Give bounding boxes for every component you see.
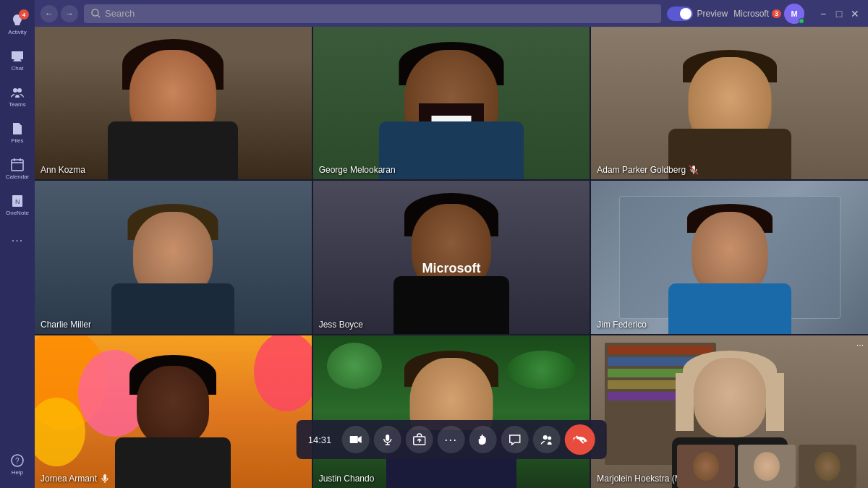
video-cell-ann: Ann Kozma — [35, 27, 312, 179]
participants-button[interactable] — [532, 426, 560, 453]
preview-toggle: Preview — [667, 7, 728, 21]
video-cell-charlie: Charlie Miller — [35, 181, 312, 333]
teams-label: Teams — [9, 101, 26, 108]
participant-label-jornea: Jornea Armant — [41, 474, 110, 484]
mic-icon-jornea — [100, 474, 110, 484]
participant-label-jim: Jim Federico — [597, 320, 647, 330]
files-label: Files — [12, 137, 24, 144]
user-name: Microsoft — [733, 9, 769, 19]
thumb-face-3 — [799, 445, 856, 488]
chat-icon — [508, 433, 521, 446]
more-icon: ··· — [444, 433, 457, 446]
hand-icon — [476, 433, 489, 446]
microsoft-logo-text: Microsoft — [422, 261, 480, 276]
participant-label-adam: Adam Parker Goldberg — [597, 165, 699, 175]
online-indicator — [799, 18, 804, 24]
participant-label-jess: Jess Boyce — [319, 320, 363, 330]
controls-bar: 14:31 — [297, 420, 607, 459]
participant-label-justin: Justin Chando — [319, 474, 375, 484]
hand-button[interactable] — [469, 426, 496, 453]
window-controls: − □ ✕ — [816, 7, 862, 21]
share-icon — [412, 433, 425, 446]
svg-text:N: N — [15, 198, 20, 205]
video-cell-jim: Jim Federico — [591, 181, 868, 333]
thumbnail-1[interactable] — [677, 445, 735, 488]
avatar[interactable]: M — [784, 4, 804, 24]
mic-button[interactable] — [373, 426, 401, 453]
video-icon — [349, 433, 362, 446]
video-cell-adam: Adam Parker Goldberg — [591, 27, 868, 179]
sidebar-item-activity[interactable]: Activity 4 — [3, 7, 32, 41]
search-bar[interactable] — [84, 4, 661, 23]
sidebar-item-calendar[interactable]: Calendar — [3, 151, 32, 186]
search-icon — [91, 9, 101, 18]
more-button[interactable]: ··· — [437, 426, 464, 453]
sidebar-item-more[interactable]: ··· — [3, 223, 32, 258]
svg-text:?: ? — [15, 457, 20, 465]
thumbnail-3[interactable] — [799, 445, 856, 488]
user-info: Microsoft 3 M — [733, 4, 804, 24]
sidebar-item-files[interactable]: Files — [3, 115, 32, 150]
bottom-thumbnails — [677, 445, 856, 488]
video-cell-jess: Microsoft Jess Boyce — [313, 181, 590, 333]
back-button[interactable]: ← — [41, 5, 58, 22]
sidebar-item-help[interactable]: ? Help — [3, 447, 32, 481]
svg-point-10 — [92, 9, 98, 16]
participant-label-george: George Melookaran — [319, 165, 396, 175]
sidebar-item-onenote[interactable]: N OneNote — [3, 187, 32, 222]
video-cell-jornea: Jornea Armant — [35, 335, 312, 488]
video-cell-justin: Justin Chando — [313, 335, 590, 488]
svg-point-22 — [542, 435, 547, 440]
maximize-button[interactable]: □ — [832, 7, 846, 21]
preview-switch[interactable] — [667, 7, 693, 21]
microphone-icon — [380, 433, 393, 446]
forward-button[interactable]: → — [61, 5, 78, 22]
thumbnail-2[interactable] — [738, 445, 796, 488]
video-button[interactable] — [341, 426, 369, 453]
titlebar-right: Preview Microsoft 3 M − □ ✕ — [667, 4, 862, 24]
notification-badge: 3 — [772, 9, 781, 18]
chat-button[interactable] — [501, 426, 528, 453]
help-label: Help — [12, 469, 23, 476]
sidebar: Activity 4 Chat Teams Files Calendar — [0, 0, 35, 488]
svg-rect-15 — [349, 436, 357, 443]
titlebar: ← → Preview Microsoft 3 M — [35, 0, 868, 27]
sidebar-item-chat[interactable]: Chat — [3, 43, 32, 77]
onenote-label: OneNote — [6, 210, 29, 216]
preview-label: Preview — [697, 9, 728, 19]
more-options-button[interactable]: ··· — [856, 340, 864, 350]
video-cell-george: George Melookaran — [313, 27, 590, 179]
chat-label: Chat — [12, 65, 24, 72]
end-call-icon — [571, 432, 587, 448]
svg-point-1 — [17, 88, 22, 93]
activity-badge: 4 — [19, 9, 29, 20]
svg-line-11 — [98, 15, 100, 17]
sidebar-item-teams[interactable]: Teams — [3, 79, 32, 114]
activity-label: Activity — [8, 29, 26, 35]
svg-point-0 — [13, 88, 17, 93]
video-grid: Ann Kozma George Melookaran Adam Parker … — [35, 27, 868, 488]
svg-rect-2 — [12, 160, 23, 171]
participants-icon — [540, 433, 553, 446]
calendar-label: Calendar — [6, 174, 29, 180]
close-button[interactable]: ✕ — [848, 7, 862, 21]
main-area: ← → Preview Microsoft 3 M — [35, 0, 868, 488]
end-call-button[interactable] — [564, 424, 595, 455]
svg-point-23 — [548, 437, 551, 440]
participant-label-charlie: Charlie Miller — [41, 320, 91, 330]
thumb-face-2 — [738, 445, 796, 488]
thumb-face-1 — [677, 445, 735, 488]
participant-label-ann: Ann Kozma — [41, 165, 85, 175]
mic-muted-icon — [689, 165, 699, 175]
search-input[interactable] — [105, 8, 654, 19]
minimize-button[interactable]: − — [816, 7, 830, 21]
call-duration: 14:31 — [308, 435, 332, 445]
share-button[interactable] — [405, 426, 433, 453]
nav-controls: ← → — [41, 5, 78, 22]
